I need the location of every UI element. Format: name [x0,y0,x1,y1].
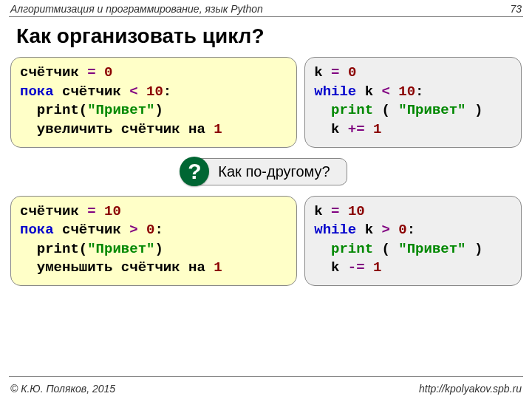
slide-title: Как организовать цикл? [0,21,532,57]
slide-footer: © К.Ю. Поляков, 2015 http://kpolyakov.sp… [0,380,532,395]
pseudocode-1: счётчик = 0 пока счётчик < 10: print("Пр… [20,64,287,140]
copyright: © К.Ю. Поляков, 2015 [10,383,115,395]
example-row-2: счётчик = 10 пока счётчик > 0: print("Пр… [10,196,522,287]
question-box: ? Как по-другому? [185,158,347,185]
footer-divider [9,376,523,377]
pseudocode-panel-2: счётчик = 10 пока счётчик > 0: print("Пр… [10,196,297,287]
example-row-1: счётчик = 0 пока счётчик < 10: print("Пр… [10,57,522,148]
question-text: Как по-другому? [218,163,330,180]
pseudocode-panel-1: счётчик = 0 пока счётчик < 10: print("Пр… [10,57,297,148]
course-name: Алгоритмизация и программирование, язык … [10,3,263,15]
slide-content: счётчик = 0 пока счётчик < 10: print("Пр… [0,57,532,286]
question-row: ? Как по-другому? [10,158,522,185]
pseudocode-2: счётчик = 10 пока счётчик > 0: print("Пр… [20,202,287,279]
header-divider [9,16,523,17]
code-panel-2: k = 10 while k > 0: print ( "Привет" ) k… [304,196,522,287]
page-number: 73 [510,3,522,15]
code-panel-1: k = 0 while k < 10: print ( "Привет" ) k… [304,57,522,148]
code-2: k = 10 while k > 0: print ( "Привет" ) k… [314,202,512,279]
slide-header: Алгоритмизация и программирование, язык … [0,0,532,16]
question-mark-icon: ? [180,157,209,186]
code-1: k = 0 while k < 10: print ( "Привет" ) k… [314,64,512,140]
footer-url: http://kpolyakov.spb.ru [419,383,522,395]
